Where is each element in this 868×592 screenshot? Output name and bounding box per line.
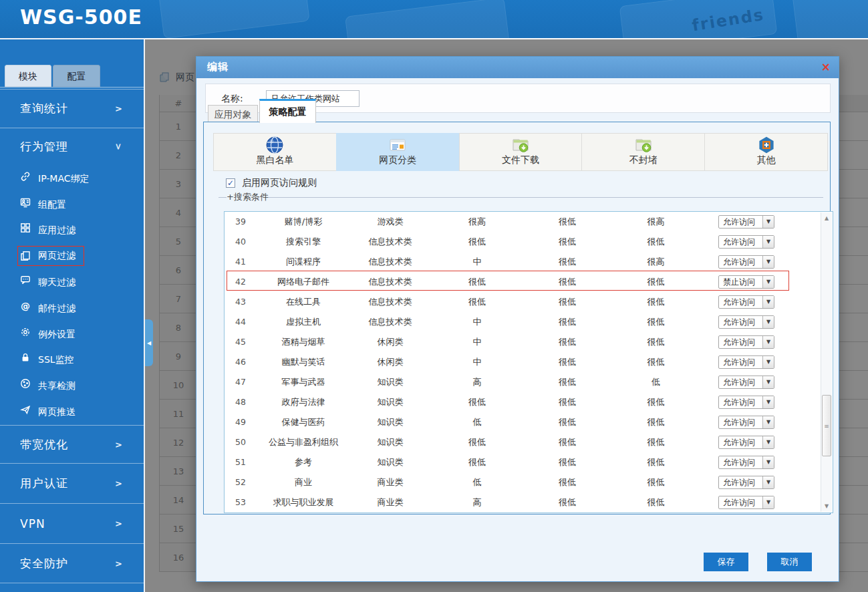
- policy-tab-黑白名单[interactable]: 黑白名单: [213, 133, 337, 171]
- sidebar-group-label: VPN: [20, 517, 45, 531]
- cell-level-1: 高: [430, 492, 524, 512]
- cell-number: 48: [225, 392, 257, 412]
- sidebar-group-label: 安全防护: [20, 556, 68, 571]
- cell-action: 允许访问▼: [701, 352, 833, 372]
- chevron-down-icon[interactable]: ▼: [762, 356, 774, 368]
- action-select[interactable]: 禁止访问▼: [718, 275, 774, 289]
- sidebar-group-行为管理[interactable]: 行为管理>: [0, 128, 144, 165]
- scrollbar-thumb[interactable]: ≡: [822, 395, 831, 456]
- cell-name: 虚拟主机: [257, 312, 350, 332]
- policy-tab-不封堵[interactable]: 不封堵: [581, 133, 705, 171]
- search-condition-fieldset: +搜索条件: [219, 191, 823, 203]
- sidebar-item-聊天过滤[interactable]: 聊天过滤: [0, 269, 144, 295]
- sidebar-tab-config[interactable]: 配置: [53, 65, 100, 87]
- cell-action: 允许访问▼: [701, 292, 833, 312]
- chevron-down-icon[interactable]: ▼: [762, 336, 774, 348]
- chevron-down-icon[interactable]: ▼: [762, 256, 774, 268]
- action-select[interactable]: 允许访问▼: [718, 315, 774, 329]
- cell-category: 知识类: [350, 392, 430, 412]
- action-select[interactable]: 允许访问▼: [718, 496, 774, 509]
- sidebar-item-SSL监控[interactable]: SSL监控: [0, 347, 144, 373]
- action-select[interactable]: 允许访问▼: [718, 436, 774, 449]
- group-icon: [20, 197, 32, 208]
- sidebar-item-IP-MAC绑定[interactable]: IP-MAC绑定: [0, 165, 144, 191]
- sidebar-item-邮件过滤[interactable]: @邮件过滤: [0, 295, 144, 321]
- chevron-down-icon[interactable]: ▼: [762, 296, 774, 308]
- chevron-down-icon[interactable]: ▼: [762, 376, 774, 388]
- sidebar-group-带宽优化[interactable]: 带宽优化>: [0, 425, 144, 463]
- action-select[interactable]: 允许访问▼: [718, 215, 774, 229]
- app-title: WSG-500E: [20, 5, 142, 29]
- highlight-box: 网页过滤: [17, 246, 84, 266]
- enable-rule-checkbox[interactable]: ✓: [226, 178, 235, 188]
- sidebar-tab-modules[interactable]: 模块: [5, 65, 51, 87]
- policy-tab-网页分类[interactable]: 网页分类: [336, 133, 460, 171]
- sidebar-item-组配置[interactable]: 组配置: [0, 191, 144, 217]
- search-condition-legend[interactable]: +搜索条件: [227, 191, 269, 203]
- sidebar-next-section-edge: [0, 583, 144, 592]
- sidebar-group-安全防护[interactable]: 安全防护>: [0, 543, 144, 583]
- policy-tab-其他[interactable]: 其他: [704, 133, 828, 171]
- tab-apply-target[interactable]: 应用对象: [208, 105, 258, 123]
- close-icon[interactable]: ×: [821, 60, 831, 73]
- sidebar-submenu: IP-MAC绑定组配置应用过滤网页过滤聊天过滤@邮件过滤例外设置SSL监控共享检…: [0, 165, 144, 424]
- action-select[interactable]: 允许访问▼: [718, 476, 774, 489]
- cell-level-1: 低: [430, 472, 524, 492]
- cell-name: 政府与法律: [257, 392, 350, 412]
- action-select[interactable]: 允许访问▼: [718, 295, 774, 309]
- chevron-down-icon[interactable]: ▼: [762, 436, 774, 448]
- chevron-down-icon[interactable]: ▼: [762, 316, 774, 328]
- sidebar-item-应用过滤[interactable]: 应用过滤: [0, 217, 144, 243]
- action-select[interactable]: 允许访问▼: [718, 396, 774, 409]
- web-page-icon: [20, 251, 32, 261]
- sidebar-item-label: 网页推送: [38, 406, 76, 417]
- cell-level-2: 很低: [524, 372, 611, 392]
- action-select[interactable]: 允许访问▼: [718, 376, 774, 389]
- sidebar-item-共享检测[interactable]: 共享检测: [0, 372, 144, 398]
- chevron-down-icon[interactable]: ▼: [762, 476, 774, 488]
- scroll-down-icon[interactable]: ▼: [821, 501, 832, 511]
- chevron-down-icon[interactable]: ▼: [762, 236, 774, 248]
- send-icon: [20, 404, 32, 415]
- sidebar-item-例外设置[interactable]: 例外设置: [0, 321, 144, 347]
- cell-number: 47: [225, 372, 257, 392]
- cancel-button[interactable]: 取消: [767, 553, 812, 571]
- cell-name: 赌博/博彩: [257, 212, 350, 232]
- chevron-down-icon[interactable]: ▼: [762, 396, 774, 408]
- sidebar-group-VPN[interactable]: VPN>: [0, 503, 144, 543]
- table-row: 39赌博/博彩游戏类很高很低很高允许访问▼: [225, 212, 833, 232]
- action-select[interactable]: 允许访问▼: [718, 416, 774, 429]
- cell-category: 知识类: [350, 372, 430, 392]
- sidebar-group-用户认证[interactable]: 用户认证>: [0, 463, 144, 503]
- chevron-down-icon[interactable]: ▼: [762, 216, 774, 228]
- divider: [219, 197, 227, 198]
- action-select-value: 允许访问: [719, 476, 762, 488]
- action-select[interactable]: 允许访问▼: [718, 255, 774, 269]
- cell-number: 52: [225, 472, 257, 492]
- sidebar-item-网页推送[interactable]: 网页推送: [0, 398, 144, 424]
- save-button[interactable]: 保存: [704, 553, 748, 571]
- chevron-down-icon[interactable]: ▼: [762, 416, 774, 428]
- action-select[interactable]: 允许访问▼: [718, 355, 774, 369]
- chevron-down-icon[interactable]: ▼: [762, 496, 774, 508]
- chevron-down-icon[interactable]: ▼: [762, 456, 774, 468]
- cell-name: 求职与职业发展: [257, 492, 350, 512]
- action-select-value: 允许访问: [719, 356, 762, 368]
- action-select[interactable]: 允许访问▼: [718, 456, 774, 469]
- tab-policy-config[interactable]: 策略配置: [259, 99, 316, 123]
- chevron-down-icon: >: [114, 143, 124, 150]
- cell-level-1: 中: [430, 252, 524, 272]
- list-scrollbar[interactable]: ▲ ≡ ▼: [821, 212, 832, 512]
- policy-tab-文件下载[interactable]: 文件下载: [459, 133, 583, 171]
- sidebar-item-网页过滤[interactable]: 网页过滤: [0, 243, 144, 269]
- action-select[interactable]: 允许访问▼: [718, 235, 774, 249]
- keyboard-key-decor: [158, 0, 310, 38]
- action-select[interactable]: 允许访问▼: [718, 335, 774, 349]
- chevron-down-icon[interactable]: ▼: [762, 276, 774, 288]
- cell-number: 39: [225, 212, 257, 232]
- file-download-icon: [460, 136, 582, 154]
- chevron-right-icon: >: [115, 559, 122, 569]
- sidebar-group-查询统计[interactable]: 查询统计>: [0, 89, 144, 128]
- scroll-up-icon[interactable]: ▲: [821, 213, 832, 223]
- sidebar-collapse-handle[interactable]: ◀: [145, 319, 153, 366]
